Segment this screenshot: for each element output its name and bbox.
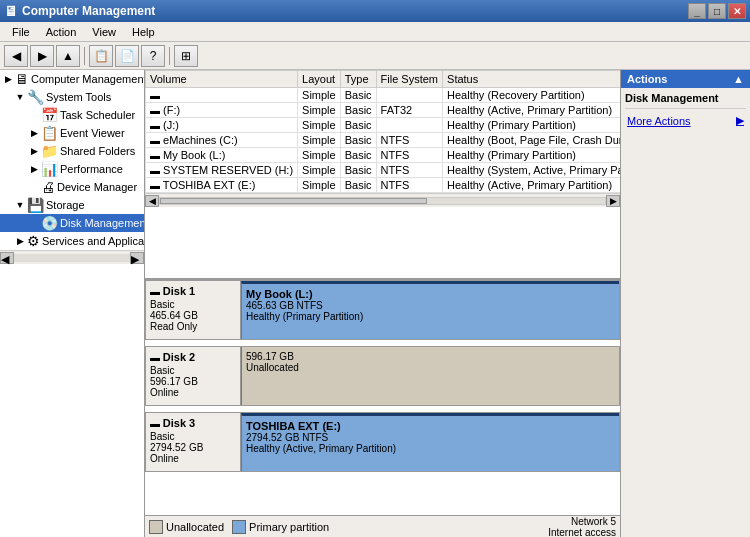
- partition-label: My Book (L:): [246, 288, 615, 300]
- performance-label: Performance: [60, 163, 123, 175]
- scroll-track[interactable]: [14, 254, 130, 262]
- partition-block[interactable]: TOSHIBA EXT (E:) 2794.52 GB NTFS Healthy…: [241, 413, 619, 471]
- disk-status: Online: [150, 387, 236, 398]
- cell-status: Healthy (Primary Partition): [443, 118, 620, 133]
- forward-button[interactable]: ▶: [30, 45, 54, 67]
- scroll-right[interactable]: ▶: [606, 195, 620, 207]
- disk-partitions: 596.17 GB Unallocated: [241, 347, 619, 405]
- col-type[interactable]: Type: [340, 71, 376, 88]
- status-bar: Unallocated Primary partition Network 5 …: [145, 515, 620, 537]
- cell-layout: Simple: [298, 103, 341, 118]
- menu-file[interactable]: File: [4, 24, 38, 40]
- more-actions-link[interactable]: More Actions ▶: [625, 113, 746, 128]
- minimize-button[interactable]: _: [688, 3, 706, 19]
- cell-layout: Simple: [298, 88, 341, 103]
- table-row[interactable]: ▬ eMachines (C:) Simple Basic NTFS Healt…: [146, 133, 621, 148]
- table-row[interactable]: ▬ SYSTEM RESERVED (H:) Simple Basic NTFS…: [146, 163, 621, 178]
- partition-status: Healthy (Active, Primary Partition): [246, 443, 615, 454]
- cell-type: Basic: [340, 163, 376, 178]
- expand-root[interactable]: ▶: [2, 73, 14, 85]
- actions-section: Disk Management More Actions ▶: [621, 88, 750, 132]
- expand-shared-folders[interactable]: ▶: [28, 145, 40, 157]
- toolbar-separator-1: [84, 47, 85, 65]
- disk-partitions: My Book (L:) 465.63 GB NTFS Healthy (Pri…: [241, 281, 619, 339]
- table-row[interactable]: ▬ Simple Basic Healthy (Recovery Partiti…: [146, 88, 621, 103]
- cell-volume: ▬: [146, 88, 298, 103]
- task-scheduler-icon: 📅: [41, 107, 58, 123]
- disk-type: Basic: [150, 365, 236, 376]
- left-panel-scrollbar[interactable]: ◀ ▶: [0, 250, 144, 264]
- up-button[interactable]: ▲: [56, 45, 80, 67]
- h-scroll-thumb[interactable]: [160, 198, 427, 204]
- right-panel: Volume Layout Type File System Status Ca…: [145, 70, 750, 537]
- tree-item-performance[interactable]: ▶ 📊 Performance: [0, 160, 144, 178]
- partition-label: TOSHIBA EXT (E:): [246, 420, 615, 432]
- col-volume[interactable]: Volume: [146, 71, 298, 88]
- network-label: Network 5: [548, 516, 616, 527]
- cell-fs: [376, 118, 442, 133]
- menu-view[interactable]: View: [84, 24, 124, 40]
- tree-item-task-scheduler[interactable]: ▶ 📅 Task Scheduler: [0, 106, 144, 124]
- tree-item-shared-folders[interactable]: ▶ 📁 Shared Folders: [0, 142, 144, 160]
- scroll-left[interactable]: ◀: [145, 195, 159, 207]
- task-scheduler-label: Task Scheduler: [60, 109, 135, 121]
- col-status[interactable]: Status: [443, 71, 620, 88]
- disk-name: ▬ Disk 2: [150, 351, 236, 363]
- network-sublabel: Internet access: [548, 527, 616, 538]
- partition-block[interactable]: 596.17 GB Unallocated: [241, 347, 619, 405]
- legend-unallocated: Unallocated: [149, 520, 224, 534]
- table-h-scrollbar[interactable]: ◀ ▶: [145, 193, 620, 207]
- disk-status: Read Only: [150, 321, 236, 332]
- tree-item-disk-management[interactable]: ▶ 💿 Disk Management: [0, 214, 144, 232]
- h-scroll-track[interactable]: [159, 197, 606, 205]
- actions-collapse-icon[interactable]: ▲: [733, 73, 744, 85]
- app-icon: 🖥: [4, 3, 18, 19]
- tree-item-root[interactable]: ▶ 🖥 Computer Management (Local: [0, 70, 144, 88]
- cell-layout: Simple: [298, 178, 341, 193]
- properties-button[interactable]: 📄: [115, 45, 139, 67]
- cell-layout: Simple: [298, 148, 341, 163]
- partition-status: Healthy (Primary Partition): [246, 311, 615, 322]
- partition-size: 465.63 GB NTFS: [246, 300, 615, 311]
- back-button[interactable]: ◀: [4, 45, 28, 67]
- scroll-right-btn[interactable]: ▶: [130, 252, 144, 264]
- col-layout[interactable]: Layout: [298, 71, 341, 88]
- storage-label: Storage: [46, 199, 85, 211]
- col-filesystem[interactable]: File System: [376, 71, 442, 88]
- content-area: Volume Layout Type File System Status Ca…: [145, 70, 620, 537]
- cell-layout: Simple: [298, 133, 341, 148]
- expand-storage[interactable]: ▼: [14, 199, 26, 211]
- maximize-button[interactable]: □: [708, 3, 726, 19]
- table-row[interactable]: ▬ TOSHIBA EXT (E:) Simple Basic NTFS Hea…: [146, 178, 621, 193]
- expand-system-tools[interactable]: ▼: [14, 91, 26, 103]
- show-hide-button[interactable]: 📋: [89, 45, 113, 67]
- table-row[interactable]: ▬ My Book (L:) Simple Basic NTFS Healthy…: [146, 148, 621, 163]
- title-bar: 🖥 Computer Management _ □ ✕: [0, 0, 750, 22]
- scroll-left-btn[interactable]: ◀: [0, 252, 14, 264]
- help-button[interactable]: ?: [141, 45, 165, 67]
- cell-fs: NTFS: [376, 178, 442, 193]
- close-button[interactable]: ✕: [728, 3, 746, 19]
- partition-block[interactable]: My Book (L:) 465.63 GB NTFS Healthy (Pri…: [241, 281, 619, 339]
- disk-name: ▬ Disk 1: [150, 285, 236, 297]
- expand-event-viewer[interactable]: ▶: [28, 127, 40, 139]
- legend-primary: Primary partition: [232, 520, 329, 534]
- cell-volume: ▬ (J:): [146, 118, 298, 133]
- table-row[interactable]: ▬ (F:) Simple Basic FAT32 Healthy (Activ…: [146, 103, 621, 118]
- expand-performance[interactable]: ▶: [28, 163, 40, 175]
- menu-action[interactable]: Action: [38, 24, 85, 40]
- tree-item-event-viewer[interactable]: ▶ 📋 Event Viewer: [0, 124, 144, 142]
- tree-item-services[interactable]: ▶ ⚙ Services and Applications: [0, 232, 144, 250]
- actions-title: Actions: [627, 73, 667, 85]
- tree-item-storage[interactable]: ▼ 💾 Storage: [0, 196, 144, 214]
- root-icon: 🖥: [15, 71, 29, 87]
- tree-item-system-tools[interactable]: ▼ 🔧 System Tools: [0, 88, 144, 106]
- table-row[interactable]: ▬ (J:) Simple Basic Healthy (Primary Par…: [146, 118, 621, 133]
- cell-layout: Simple: [298, 163, 341, 178]
- expand-services[interactable]: ▶: [14, 235, 26, 247]
- tree-item-device-manager[interactable]: ▶ 🖨 Device Manager: [0, 178, 144, 196]
- menu-help[interactable]: Help: [124, 24, 163, 40]
- disk-size: 465.64 GB: [150, 310, 236, 321]
- extra-button[interactable]: ⊞: [174, 45, 198, 67]
- network-status: Network 5 Internet access: [548, 516, 616, 538]
